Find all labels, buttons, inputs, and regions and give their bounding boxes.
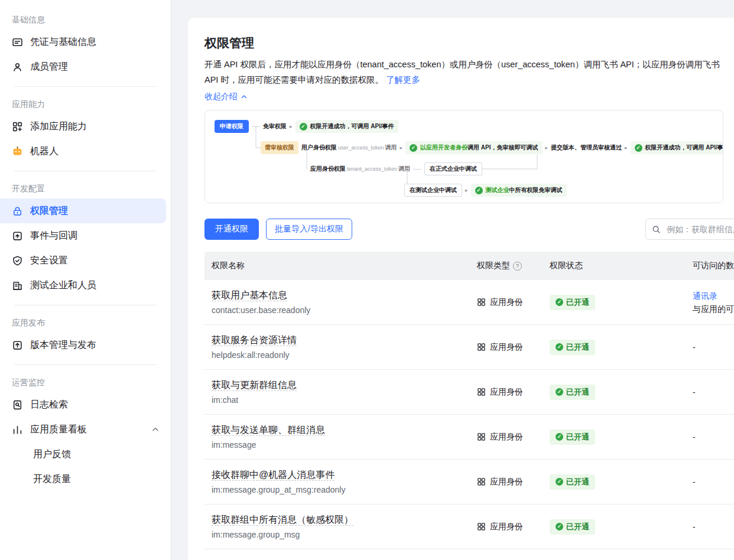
permission-type-label: 应用身份 bbox=[490, 477, 523, 487]
sidebar-item-label: 安全设置 bbox=[30, 255, 68, 267]
arrow-icon bbox=[290, 123, 293, 129]
permission-icon bbox=[12, 206, 23, 217]
flow-submit-step: 提交版本、管理员审核通过 bbox=[551, 144, 622, 152]
check-icon bbox=[556, 433, 563, 441]
flow-final-result-text: 权限开通成功，可调用 API/事件 bbox=[645, 144, 723, 152]
permission-name[interactable]: 获取用户基本信息 bbox=[212, 290, 287, 301]
permission-name[interactable]: 接收群聊中@机器人消息事件 bbox=[212, 470, 334, 481]
sidebar-item[interactable]: 日志检索 bbox=[0, 392, 171, 417]
sidebar-section-title: 应用发布 bbox=[0, 312, 171, 333]
search-icon bbox=[652, 225, 661, 234]
permission-scope: helpdesk:all:readonly bbox=[212, 350, 470, 360]
permission-name[interactable]: 获取与更新群组信息 bbox=[212, 380, 297, 391]
sidebar-item[interactable]: 添加应用能力 bbox=[0, 114, 171, 139]
sidebar-item-label: 版本管理与发布 bbox=[30, 339, 96, 351]
status-badge: 已开通 bbox=[550, 385, 595, 400]
flow-final-result: 权限开通成功，可调用 API/事件 bbox=[631, 141, 723, 154]
status-badge: 已开通 bbox=[550, 295, 595, 310]
table-row[interactable]: 获取群组中所有消息（敏感权限） im:message.group_msg 应用身… bbox=[204, 504, 734, 549]
sidebar-item[interactable]: 版本管理与发布 bbox=[0, 333, 171, 357]
access-link[interactable]: 通讯录 bbox=[693, 289, 734, 302]
header-permission-status: 权限状态 bbox=[543, 261, 686, 271]
status-badge: 已开通 bbox=[550, 474, 595, 490]
check-icon bbox=[556, 343, 563, 351]
permission-scope: im:message.group_msg bbox=[212, 529, 470, 540]
search-input[interactable] bbox=[665, 224, 734, 235]
flow-free-label: 免审权限 bbox=[263, 122, 287, 131]
log-icon bbox=[12, 399, 23, 411]
chevron-up-icon bbox=[240, 93, 248, 101]
app-identity-icon bbox=[477, 343, 486, 351]
permission-name[interactable]: 获取与发送单聊、群组消息 bbox=[212, 425, 325, 436]
quality-icon bbox=[12, 424, 23, 435]
permission-name[interactable]: 获取群组中所有消息（敏感权限） bbox=[212, 515, 353, 526]
permission-scope: contact:user.base:readonly bbox=[212, 305, 470, 315]
table-row[interactable]: 接收群聊中@机器人消息事件 im:message.group_at_msg:re… bbox=[204, 460, 734, 504]
table-row[interactable]: 获取用户发给机器人的单聊消息 bbox=[204, 549, 734, 560]
sidebar-item[interactable]: 权限管理 bbox=[0, 198, 166, 223]
table-body: 获取用户基本信息 contact:user.base:readonly 应用身份… bbox=[204, 280, 734, 560]
sidebar-item[interactable]: 事件与回调 bbox=[0, 223, 171, 248]
sidebar-item[interactable]: 机器人 bbox=[0, 139, 171, 164]
permission-search-box[interactable] bbox=[645, 219, 734, 240]
flow-free-result: 权限开通成功，可调用 API/事件 bbox=[295, 120, 398, 133]
type-cell: 应用身份 bbox=[470, 477, 543, 487]
sidebar-subitem[interactable]: 开发质量 bbox=[0, 467, 171, 491]
sidebar-subitem-label: 开发质量 bbox=[33, 473, 71, 486]
access-text: - bbox=[693, 477, 696, 487]
sidebar-item-label: 添加应用能力 bbox=[30, 121, 87, 133]
access-cell: - bbox=[686, 476, 734, 489]
batch-import-export-button[interactable]: 批量导入/导出权限 bbox=[266, 219, 352, 240]
app-identity-icon bbox=[477, 477, 486, 486]
flow-user-identity-node: 用户身份权限user_access_token调用 bbox=[301, 144, 397, 152]
status-label: 已开通 bbox=[566, 432, 589, 442]
permission-scope: im:chat bbox=[212, 395, 470, 405]
sidebar-item[interactable]: 测试企业和人员 bbox=[0, 273, 171, 298]
access-text: 与应用的可 bbox=[693, 304, 734, 314]
table-row[interactable]: 获取与更新群组信息 im:chat 应用身份 已开通 - bbox=[204, 370, 734, 415]
permission-type-label: 应用身份 bbox=[490, 522, 523, 532]
flow-test-highlight: 测试企业 bbox=[486, 187, 509, 193]
flow-formal-debug: 在正式企业中调试 bbox=[424, 162, 482, 175]
access-cell: 通讯录 与应用的可 bbox=[686, 289, 734, 315]
sidebar-item[interactable]: 安全设置 bbox=[0, 248, 171, 273]
sidebar-subitem[interactable]: 用户反馈 bbox=[0, 442, 171, 467]
name-cell: 获取服务台资源详情 helpdesk:all:readonly bbox=[204, 334, 470, 360]
sidebar-item[interactable]: 凭证与基础信息 bbox=[0, 30, 171, 54]
table-row[interactable]: 获取与发送单聊、群组消息 im:message 应用身份 已开通 - bbox=[204, 415, 734, 460]
sidebar-item[interactable]: 成员管理 bbox=[0, 54, 171, 79]
app-identity-icon bbox=[477, 432, 486, 441]
permission-name[interactable]: 获取服务台资源详情 bbox=[212, 335, 297, 346]
flow-dev-rest: 调用 API，免审核即可调试 bbox=[467, 144, 538, 151]
check-icon bbox=[556, 478, 563, 486]
learn-more-link[interactable]: 了解更多 bbox=[386, 75, 420, 84]
page-description-text: 开通 API 权限后，应用才能以应用身份（tenant_access_token… bbox=[204, 60, 720, 84]
sidebar-item[interactable]: 应用质量看板 bbox=[0, 417, 171, 442]
status-label: 已开通 bbox=[566, 477, 589, 487]
collapse-intro-toggle[interactable]: 收起介绍 bbox=[204, 90, 248, 104]
type-cell: 应用身份 bbox=[470, 432, 543, 442]
table-row[interactable]: 获取用户基本信息 contact:user.base:readonly 应用身份… bbox=[204, 280, 734, 325]
permission-table: 权限名称 权限类型 权限状态 可访问的数据 获取用户基本信息 contact:u… bbox=[204, 252, 734, 560]
collapse-intro-label: 收起介绍 bbox=[204, 92, 238, 102]
check-icon bbox=[410, 144, 417, 152]
status-cell: 已开通 bbox=[543, 429, 686, 445]
type-cell: 应用身份 bbox=[470, 342, 543, 353]
sidebar-item-label: 应用质量看板 bbox=[30, 424, 87, 436]
status-cell: 已开通 bbox=[543, 474, 686, 490]
help-icon[interactable] bbox=[513, 262, 522, 271]
toolbar: 开通权限 批量导入/导出权限 bbox=[204, 219, 734, 240]
arrow-icon bbox=[545, 145, 548, 151]
access-cell: - bbox=[686, 386, 734, 399]
permission-type-label: 应用身份 bbox=[490, 297, 523, 308]
sidebar-item-label: 测试企业和人员 bbox=[30, 279, 96, 292]
flow-free-result-text: 权限开通成功，可调用 API/事件 bbox=[310, 122, 394, 131]
main-content-card: 权限管理 开通 API 权限后，应用才能以应用身份（tenant_access_… bbox=[188, 18, 734, 560]
sidebar-divider bbox=[14, 364, 157, 365]
access-cell: - bbox=[686, 431, 734, 444]
header-permission-type: 权限类型 bbox=[470, 261, 543, 271]
table-row[interactable]: 获取服务台资源详情 helpdesk:all:readonly 应用身份 已开通… bbox=[204, 325, 734, 370]
open-permission-button[interactable]: 开通权限 bbox=[204, 219, 259, 240]
chevron-up-icon[interactable] bbox=[151, 425, 160, 434]
status-label: 已开通 bbox=[566, 297, 589, 308]
